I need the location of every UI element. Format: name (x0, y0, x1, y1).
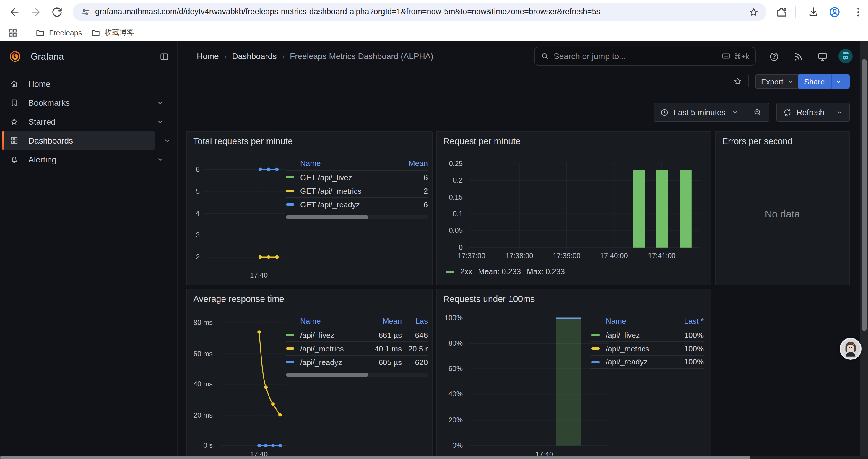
bookmark-star-icon[interactable] (748, 6, 759, 18)
forward-icon[interactable] (30, 6, 42, 18)
legend-col-mean[interactable]: Mean (364, 316, 402, 325)
y-tick: 0% (439, 441, 463, 450)
sidebar-item-label: Alerting (28, 155, 156, 164)
horizontal-scrollbar[interactable] (0, 456, 868, 459)
series-color-blue (286, 361, 294, 363)
panel-total-requests[interactable]: Total requests per minute 6 5 4 3 2 17:4… (186, 131, 433, 285)
y-tick: 60% (439, 364, 463, 373)
reload-icon[interactable] (51, 6, 63, 18)
clock-icon (660, 108, 669, 117)
chevron-down-icon[interactable] (156, 118, 164, 126)
request-per-minute-chart (467, 161, 704, 250)
share-menu-button[interactable] (831, 74, 845, 89)
star-icon (9, 117, 19, 126)
y-tick: 0 s (187, 441, 213, 450)
sidebar-item-dashboards[interactable]: Dashboards (2, 131, 155, 150)
y-tick: 0.2 (439, 176, 463, 184)
series-metrics (258, 255, 279, 259)
bookmark-folder-freeleaps[interactable]: Freeleaps (32, 27, 85, 39)
legend-col-name[interactable]: Name (300, 159, 392, 167)
breadcrumb-home[interactable]: Home (197, 52, 219, 61)
series-last: 620 (402, 358, 428, 366)
favorite-star-icon[interactable] (733, 76, 743, 86)
time-range-picker[interactable]: Last 5 minutes (654, 103, 746, 121)
y-tick: 2 (187, 253, 200, 261)
scrollbar-thumb[interactable] (0, 456, 750, 459)
panel-avg-response-time[interactable]: Average response time 80 ms 60 ms 40 ms … (186, 289, 433, 459)
profile-icon[interactable] (829, 6, 841, 18)
sidebar-border (177, 41, 178, 459)
downloads-icon[interactable] (807, 6, 819, 18)
legend-row[interactable]: /api/_livez 661 µs 646 (286, 328, 428, 341)
chevron-down-icon[interactable] (156, 155, 164, 164)
grafana-logo[interactable] (8, 50, 22, 63)
y-tick: 80 ms (187, 319, 213, 327)
total-requests-chart (203, 165, 286, 265)
legend-col-mean[interactable]: Mean (392, 159, 428, 167)
legend-row[interactable]: /api/_metrics 100% (591, 341, 704, 355)
refresh-sync-icon (783, 108, 792, 117)
x-tick: 17:39:00 (553, 252, 580, 260)
series-name[interactable]: 2xx (460, 267, 472, 276)
bookmark-folder-blogs[interactable]: 收藏博客 (88, 27, 138, 39)
url-input[interactable] (95, 7, 751, 16)
refresh-interval-button[interactable] (831, 103, 849, 121)
legend-scrollbar[interactable] (286, 373, 428, 377)
avatar-girl-graphic (841, 339, 860, 359)
panel-title: Requests under 100ms (443, 294, 535, 304)
chevron-down-icon[interactable] (163, 136, 172, 145)
screen: Freeleaps 收藏博客 Grafana Home › Dashboards… (0, 0, 868, 459)
legend-row[interactable]: /api/_readyz 605 µs 620 (286, 355, 428, 369)
legend-col-last[interactable]: Last * (671, 316, 704, 325)
monitor-icon[interactable] (817, 52, 828, 62)
scrollbar-thumb[interactable] (862, 59, 867, 331)
sidebar-item-alerting[interactable]: Alerting (2, 150, 173, 169)
search-box[interactable]: ⌘+k (534, 47, 756, 66)
breadcrumb-dashboards[interactable]: Dashboards (232, 52, 277, 61)
news-rss-icon[interactable] (793, 52, 804, 62)
export-button[interactable]: Export (755, 74, 800, 89)
chevron-down-icon[interactable] (156, 99, 164, 107)
series-color-green (286, 334, 294, 336)
legend-row[interactable]: /api/_metrics 40.1 ms 20.5 r (286, 341, 428, 355)
extensions-icon[interactable] (775, 6, 788, 18)
x-tick: 17:40:00 (600, 252, 627, 260)
x-tick: 17:37:00 (458, 252, 485, 260)
share-button[interactable]: Share (798, 74, 850, 89)
y-tick: 0 (439, 243, 463, 252)
sidebar-item-starred[interactable]: Starred (2, 112, 173, 131)
help-icon[interactable] (769, 52, 779, 62)
scrollbar-thumb[interactable] (286, 373, 368, 377)
sidebar-item-bookmarks[interactable]: Bookmarks (2, 93, 173, 112)
legend-col-name[interactable]: Name (606, 316, 671, 325)
zoom-out-button[interactable] (746, 103, 769, 121)
site-settings-icon[interactable] (80, 7, 90, 17)
panel-requests-under-100ms[interactable]: Requests under 100ms 100% 80% 60% 40% 20… (436, 289, 711, 459)
legend-col-last[interactable]: Las (402, 316, 428, 325)
subbar-divider (748, 75, 749, 88)
address-bar[interactable] (73, 3, 766, 21)
menu-dots-icon[interactable] (852, 6, 864, 18)
sidebar-toggle-icon[interactable] (159, 52, 169, 61)
refresh-button[interactable]: Refresh (777, 103, 831, 121)
legend-row[interactable]: GET /api/_readyz 6 (286, 197, 428, 211)
vertical-scrollbar[interactable] (860, 41, 868, 459)
legend-scrollbar[interactable] (286, 215, 428, 219)
search-input[interactable] (554, 52, 717, 61)
sidebar-item-home[interactable]: Home (2, 74, 173, 93)
legend-row[interactable]: /api/_livez 100% (591, 328, 704, 341)
legend-col-name[interactable]: Name (300, 316, 364, 325)
panel-request-per-minute[interactable]: Request per minute 0.25 0.2 0.15 0.1 0.0… (436, 131, 711, 285)
bookmark-label: Freeleaps (49, 29, 82, 37)
legend-row[interactable]: /api/_readyz 100% (591, 355, 704, 369)
apps-grid-icon[interactable] (8, 28, 18, 38)
y-tick: 4 (187, 209, 200, 218)
legend-row[interactable]: GET /api/_metrics 2 (286, 184, 428, 197)
legend-row[interactable]: GET /api/_livez 6 (286, 170, 428, 184)
user-avatar[interactable] (838, 49, 852, 63)
panel-errors-per-second[interactable]: Errors per second No data (715, 131, 850, 285)
assistant-avatar-bubble[interactable] (840, 338, 862, 360)
back-icon[interactable] (8, 6, 21, 18)
scrollbar-thumb[interactable] (286, 215, 368, 219)
chevron-down-icon (787, 78, 794, 85)
